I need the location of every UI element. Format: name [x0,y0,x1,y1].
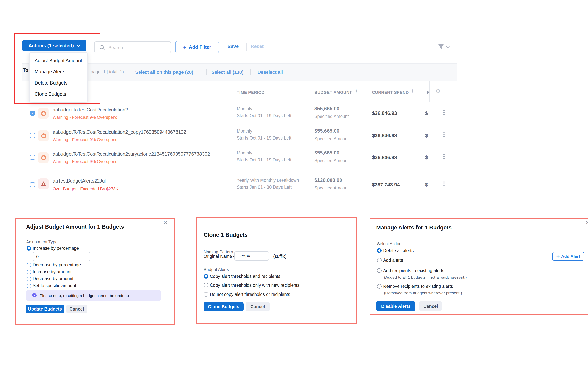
info-icon: i [32,293,36,298]
add-filter-label: Add Filter [189,44,211,50]
radio-increase-by-percentage[interactable] [26,246,31,250]
row-kebab-menu-icon[interactable] [441,154,446,159]
forecast-clipped-value: $ [425,182,428,188]
clone-budgets-button[interactable]: Clone Budgets [204,302,244,311]
column-header-current-spend[interactable]: CURRENT SPEND [372,90,409,94]
close-icon[interactable]: ✕ [163,220,168,226]
row-kebab-menu-icon[interactable] [441,110,446,115]
radio-add-recipients[interactable] [377,268,382,273]
radio-label[interactable]: Increase by percentage [33,246,79,250]
budget-amount: $120,000.00 [314,177,342,183]
budget-name[interactable]: aaTestBudgetAlerts22Jul [53,178,106,184]
radio-label[interactable]: Remove recipients to existing alerts [383,284,453,288]
menu-item-manage-alerts[interactable]: Manage Alerts [30,66,87,77]
add-alert-label: Add Alert [561,254,580,259]
select-all-on-page-link[interactable]: Select all on this page (20) [135,70,193,75]
budget-name[interactable]: aabudgetToTestCostRecalculation2suryaclo… [53,152,210,157]
actions-dropdown-button[interactable]: Actions (1 selected) [22,40,86,52]
time-period-line1: Yearly With Monthly Breakdown [237,178,299,182]
radio-label[interactable]: Copy alert thresholds and recipients [210,274,280,279]
sort-icon-current-spend[interactable]: ▲ ▼ [411,89,414,92]
chevron-down-icon [76,44,80,47]
page-info-text: page: 1 | total: 1) [91,70,124,74]
filter-funnel-icon[interactable] [438,44,444,50]
radio-set-to-specific-amount[interactable] [26,284,31,288]
radio-note: (Added to all 1 budgets if not already p… [384,275,467,280]
forecast-clipped-value: $ [425,132,428,138]
radio-copy-thresholds-new-recipients[interactable] [204,283,208,288]
budget-name[interactable]: aabudgetToTestCostRecalculation2_copy176… [53,130,186,135]
percentage-input[interactable] [33,252,90,261]
radio-decrease-by-percentage[interactable] [26,263,31,268]
radio-delete-all-alerts[interactable] [377,248,382,253]
cancel-button[interactable]: Cancel [419,301,442,311]
row-kebab-menu-icon[interactable] [441,182,446,186]
modal-title: Adjust Budget Amount for 1 Budgets [26,224,124,230]
table-header-row: TIME PERIOD BUDGET AMOUNT ▲ ▼ CURRENT SP… [23,82,457,102]
radio-label[interactable]: Add alerts [383,258,403,262]
time-period-line1: Monthly [237,151,252,155]
table-row[interactable]: aabudgetToTestCostRecalculation2_copy176… [23,124,457,147]
radio-label[interactable]: Delete all alerts [383,248,414,253]
cancel-button[interactable]: Cancel [246,302,270,311]
sort-icon-budget-amount[interactable]: ▲ ▼ [355,89,358,92]
row-checkbox[interactable] [30,133,35,138]
add-filter-button[interactable]: + Add Filter [175,41,219,54]
reset-button[interactable]: Reset [250,44,264,49]
menu-item-adjust-budget-amount[interactable]: Adjust Budget Amount [30,55,87,66]
radio-add-alerts[interactable] [377,258,382,262]
select-all-link[interactable]: Select all (130) [211,70,244,75]
manage-alerts-modal: ✕ Manage Alerts for 1 Budgets Select Act… [370,219,588,314]
close-icon[interactable]: ✕ [586,220,588,226]
budget-status: Warning - Forecast 9% Overspend [53,137,118,142]
radio-label[interactable]: Add recipients to existing alerts [383,268,444,273]
radio-label[interactable]: Do not copy alert thresholds or recipien… [210,292,290,297]
column-settings-gear-icon[interactable]: ⚙ [436,88,440,94]
budget-amount-type: Specified Amount [314,114,349,119]
disable-alerts-button[interactable]: Disable Alerts [376,301,416,311]
original-name-label: Original Name + [204,254,236,259]
filter-chevron-down-icon[interactable] [446,46,450,48]
row-kebab-menu-icon[interactable] [441,132,446,137]
radio-label[interactable]: Decrease by percentage [33,262,81,267]
row-checkbox[interactable]: ✓ [30,111,35,116]
time-period-line2: Starts Oct 01 - 19 Days Left [237,158,291,162]
radio-no-copy-thresholds[interactable] [204,292,208,297]
column-header-budget-amount[interactable]: BUDGET AMOUNT [314,90,352,94]
budget-name[interactable]: aabudgetToTestCostRecalculation2 [53,107,128,112]
warning-ring-icon [41,133,46,138]
budget-amount: $55,665.00 [314,150,339,156]
radio-remove-recipients[interactable] [377,284,382,288]
radio-label[interactable]: Copy alert thresholds only with new reci… [210,283,300,288]
time-period-line1: Monthly [237,106,252,111]
menu-item-delete-budgets[interactable]: Delete Budgets [30,77,87,88]
table-row[interactable]: ! aaTestBudgetAlerts22Jul Over Budget - … [23,168,457,202]
clone-budgets-modal: Clone 1 Budgets Naming Pattern Original … [197,218,356,323]
table-row[interactable]: ✓ aabudgetToTestCostRecalculation2 Warni… [23,102,457,125]
radio-label[interactable]: Decrease by amount [33,276,74,281]
select-action-label: Select Action: [377,241,402,246]
radio-label[interactable]: Increase by amount [33,270,72,274]
plus-icon: + [556,254,560,259]
save-button[interactable]: Save [228,44,239,49]
info-banner: i Please note, resetting a budget cannot… [26,290,161,300]
cancel-button[interactable]: Cancel [66,305,87,313]
warning-ring-icon [41,155,46,160]
update-budgets-button[interactable]: Update Budgets [26,305,64,313]
radio-decrease-by-amount[interactable] [26,277,31,281]
radio-label[interactable]: Set to specific amount [33,283,76,288]
row-checkbox[interactable] [30,182,35,187]
menu-item-clone-budgets[interactable]: Clone Budgets [30,88,87,100]
over-budget-status-icon: ! [38,178,49,189]
radio-copy-thresholds-recipients[interactable] [204,274,208,279]
suffix-input[interactable] [234,251,269,260]
row-checkbox[interactable] [30,155,35,160]
deselect-all-link[interactable]: Deselect all [258,70,283,75]
radio-increase-by-amount[interactable] [26,270,31,274]
time-period-line1: Monthly [237,129,252,133]
current-spend: $397,748.94 [372,182,400,188]
add-alert-button[interactable]: + Add Alert [552,252,584,260]
search-input[interactable] [108,42,170,54]
plus-icon: + [183,44,186,50]
table-row[interactable]: aabudgetToTestCostRecalculation2suryaclo… [23,146,457,169]
